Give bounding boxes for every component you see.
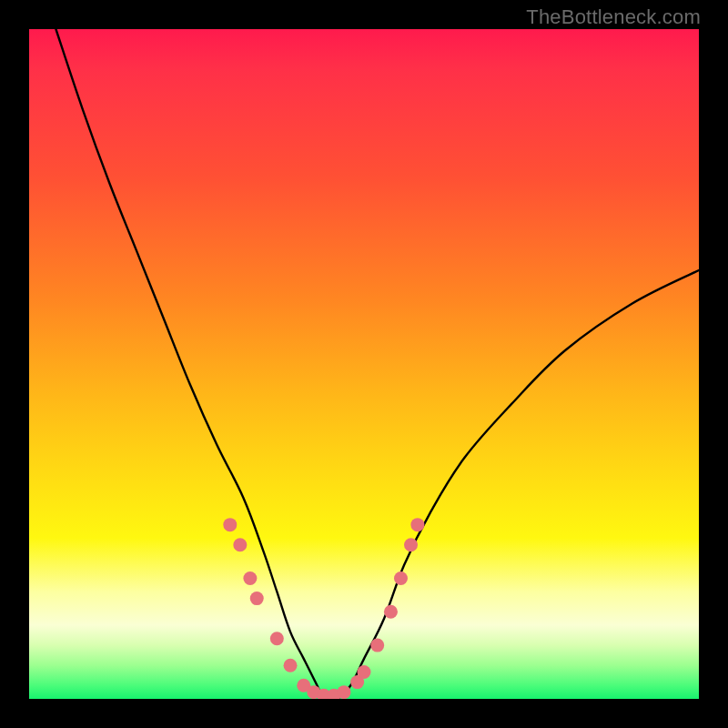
highlight-dot [243,571,257,585]
bottleneck-curve [56,29,699,699]
highlight-dot [394,571,408,585]
highlight-dot [370,639,384,652]
highlight-dot [270,632,284,645]
highlight-dot [410,518,424,531]
highlight-dot [223,518,237,531]
highlight-dot [384,605,398,619]
highlight-dot [284,659,298,672]
highlight-dots [223,518,424,699]
highlight-dot [404,538,418,551]
chart-frame: TheBottleneck.com [0,0,728,728]
curve-svg [29,29,699,699]
highlight-dot [233,538,247,551]
watermark-text: TheBottleneck.com [526,5,701,29]
highlight-dot [250,592,264,605]
highlight-dot [337,685,350,699]
plot-area [29,29,699,699]
highlight-dot [358,665,371,679]
